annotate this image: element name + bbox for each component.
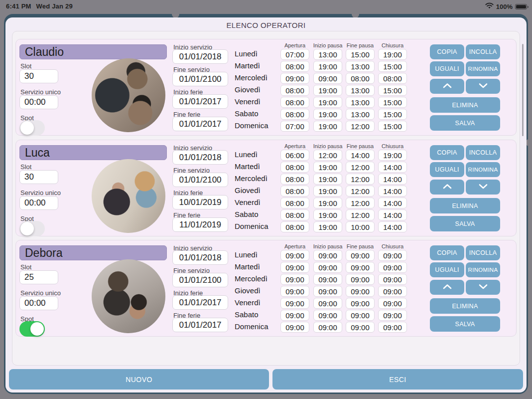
- move-up-button[interactable]: [430, 79, 464, 94]
- nuovo-button[interactable]: NUOVO: [9, 369, 269, 390]
- elimina-button[interactable]: ELIMINA: [430, 298, 500, 314]
- rinomina-button[interactable]: RINOMINA: [466, 262, 500, 277]
- time-input-inizio-pausa[interactable]: [313, 274, 342, 285]
- time-input-inizio-pausa[interactable]: [313, 85, 342, 96]
- time-input-inizio-pausa[interactable]: [313, 49, 342, 60]
- time-input-inizio-pausa[interactable]: [313, 97, 342, 108]
- time-input-chiusura[interactable]: [378, 97, 407, 108]
- salva-button[interactable]: SALVA: [430, 115, 500, 131]
- time-input-chiusura[interactable]: [378, 61, 407, 72]
- time-input-fine-pausa[interactable]: [346, 186, 375, 197]
- time-input-apertura[interactable]: [280, 85, 309, 96]
- time-input-inizio-pausa[interactable]: [313, 286, 342, 297]
- time-input-apertura[interactable]: [280, 262, 309, 273]
- rinomina-button[interactable]: RINOMINA: [466, 162, 500, 177]
- time-input-apertura[interactable]: [280, 274, 309, 285]
- time-input-chiusura[interactable]: [378, 209, 407, 220]
- time-input-fine-pausa[interactable]: [346, 162, 375, 173]
- incolla-button[interactable]: INCOLLA: [466, 145, 500, 160]
- time-input-apertura[interactable]: [280, 49, 309, 60]
- time-input-chiusura[interactable]: [378, 286, 407, 297]
- time-input-apertura[interactable]: [280, 221, 309, 232]
- time-input-fine-pausa[interactable]: [346, 174, 375, 185]
- copia-button[interactable]: COPIA: [430, 44, 464, 59]
- time-input-fine-pausa[interactable]: [346, 298, 375, 309]
- esci-button[interactable]: ESCI: [272, 369, 523, 390]
- time-input-fine-pausa[interactable]: [346, 73, 375, 84]
- uguali-button[interactable]: UGUALI: [430, 262, 464, 277]
- time-input-fine-pausa[interactable]: [346, 61, 375, 72]
- time-input-fine-pausa[interactable]: [346, 109, 375, 120]
- time-input-chiusura[interactable]: [378, 162, 407, 173]
- time-input-fine-pausa[interactable]: [346, 97, 375, 108]
- time-input-fine-pausa[interactable]: [346, 310, 375, 321]
- time-input-apertura[interactable]: [280, 198, 309, 208]
- time-input-chiusura[interactable]: [378, 310, 407, 321]
- time-input-apertura[interactable]: [280, 121, 309, 132]
- time-input-chiusura[interactable]: [378, 274, 407, 285]
- time-input-fine-pausa[interactable]: [346, 221, 375, 232]
- elimina-button[interactable]: ELIMINA: [430, 198, 500, 213]
- time-input-fine-pausa[interactable]: [346, 49, 375, 60]
- time-input-inizio-pausa[interactable]: [313, 186, 342, 197]
- time-input-apertura[interactable]: [280, 286, 309, 297]
- uguali-button[interactable]: UGUALI: [430, 162, 464, 177]
- time-input-apertura[interactable]: [280, 186, 309, 197]
- time-input-chiusura[interactable]: [378, 73, 407, 84]
- time-input-chiusura[interactable]: [378, 322, 407, 333]
- time-input-apertura[interactable]: [280, 61, 309, 72]
- time-input-fine-pausa[interactable]: [346, 85, 375, 96]
- time-input-chiusura[interactable]: [378, 298, 407, 309]
- time-input-apertura[interactable]: [280, 73, 309, 84]
- time-input-apertura[interactable]: [280, 174, 309, 185]
- time-input-fine-pausa[interactable]: [346, 274, 375, 285]
- time-input-apertura[interactable]: [280, 97, 309, 108]
- time-input-inizio-pausa[interactable]: [313, 221, 342, 232]
- time-input-chiusura[interactable]: [378, 198, 407, 208]
- time-input-chiusura[interactable]: [378, 174, 407, 185]
- time-input-inizio-pausa[interactable]: [313, 310, 342, 321]
- time-input-apertura[interactable]: [280, 209, 309, 220]
- salva-button[interactable]: SALVA: [430, 316, 500, 332]
- time-input-apertura[interactable]: [280, 310, 309, 321]
- time-input-inizio-pausa[interactable]: [313, 174, 342, 185]
- time-input-chiusura[interactable]: [378, 221, 407, 232]
- time-input-inizio-pausa[interactable]: [313, 250, 342, 261]
- uguali-button[interactable]: UGUALI: [430, 61, 464, 76]
- time-input-fine-pausa[interactable]: [346, 262, 375, 273]
- time-input-apertura[interactable]: [280, 322, 309, 333]
- time-input-fine-pausa[interactable]: [346, 209, 375, 220]
- time-input-apertura[interactable]: [280, 109, 309, 120]
- time-input-apertura[interactable]: [280, 250, 309, 261]
- incolla-button[interactable]: INCOLLA: [466, 44, 500, 59]
- time-input-inizio-pausa[interactable]: [313, 198, 342, 208]
- copia-button[interactable]: COPIA: [430, 245, 464, 260]
- time-input-inizio-pausa[interactable]: [313, 61, 342, 72]
- time-input-inizio-pausa[interactable]: [313, 209, 342, 220]
- time-input-inizio-pausa[interactable]: [313, 162, 342, 173]
- time-input-apertura[interactable]: [280, 150, 309, 161]
- time-input-inizio-pausa[interactable]: [313, 121, 342, 132]
- time-input-chiusura[interactable]: [378, 85, 407, 96]
- time-input-apertura[interactable]: [280, 162, 309, 173]
- move-up-button[interactable]: [430, 280, 464, 295]
- elimina-button[interactable]: ELIMINA: [430, 97, 500, 113]
- time-input-inizio-pausa[interactable]: [313, 150, 342, 161]
- time-input-chiusura[interactable]: [378, 262, 407, 273]
- move-up-button[interactable]: [430, 180, 464, 195]
- time-input-fine-pausa[interactable]: [346, 121, 375, 132]
- incolla-button[interactable]: INCOLLA: [466, 245, 500, 260]
- time-input-inizio-pausa[interactable]: [313, 73, 342, 84]
- rinomina-button[interactable]: RINOMINA: [466, 61, 500, 76]
- time-input-inizio-pausa[interactable]: [313, 322, 342, 333]
- time-input-fine-pausa[interactable]: [346, 150, 375, 161]
- time-input-chiusura[interactable]: [378, 250, 407, 261]
- move-down-button[interactable]: [466, 280, 500, 295]
- time-input-chiusura[interactable]: [378, 49, 407, 60]
- salva-button[interactable]: SALVA: [430, 216, 500, 231]
- time-input-chiusura[interactable]: [378, 150, 407, 161]
- time-input-fine-pausa[interactable]: [346, 250, 375, 261]
- time-input-fine-pausa[interactable]: [346, 198, 375, 208]
- time-input-apertura[interactable]: [280, 298, 309, 309]
- time-input-fine-pausa[interactable]: [346, 322, 375, 333]
